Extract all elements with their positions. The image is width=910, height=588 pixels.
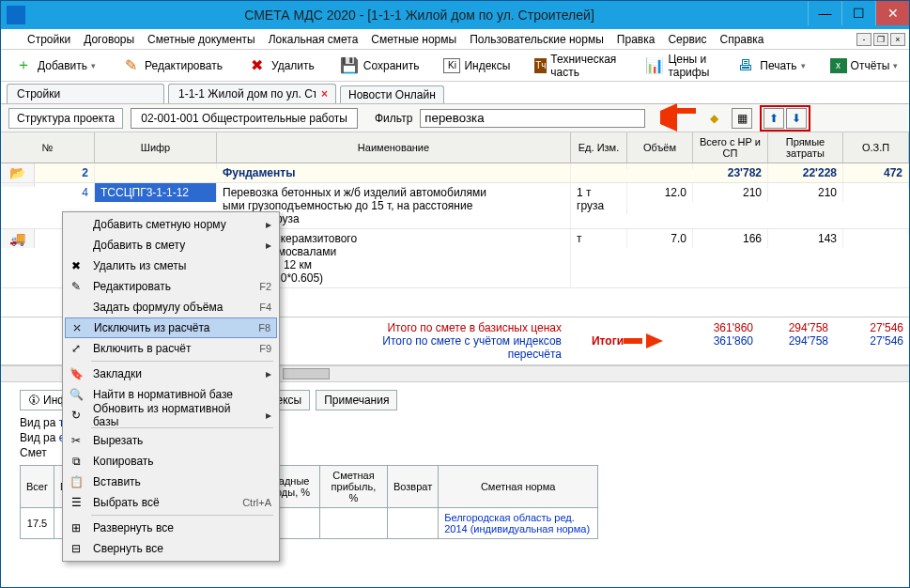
ctx-item[interactable]: Добавить в смету▸: [65, 235, 277, 255]
menu-pravka[interactable]: Правка: [611, 31, 661, 48]
tab-root[interactable]: [7, 84, 164, 103]
menubar: Стройки Договоры Сметные документы Локал…: [1, 29, 909, 50]
menu-label: Закладки: [93, 367, 258, 380]
next-match-button[interactable]: ⬇: [786, 108, 807, 129]
col-shifr[interactable]: Шифр: [95, 132, 217, 162]
indexes-button[interactable]: KiИндексы: [437, 55, 517, 76]
doc-tab-current[interactable]: 02-001-001 Общестроительные работы: [131, 108, 358, 129]
ctx-item[interactable]: 📋Вставить: [65, 472, 277, 492]
menu-spravka[interactable]: Справка: [714, 31, 769, 48]
menu-icon: 🔖: [67, 367, 85, 380]
menu-polzovat-normy[interactable]: Пользовательские нормы: [464, 31, 609, 48]
menu-stroyki[interactable]: Стройки: [22, 31, 76, 48]
menu-label: Добавить сметную норму: [93, 218, 258, 231]
menu-label: Включить в расчёт: [93, 342, 252, 355]
ki-icon: Ki: [443, 58, 460, 73]
ctx-item[interactable]: ⤫Исключить из расчётаF8: [65, 317, 277, 338]
ctx-item[interactable]: ✎РедактироватьF2: [65, 276, 277, 297]
menu-smetnye-normy[interactable]: Сметные нормы: [365, 31, 462, 48]
tab-doc[interactable]: ×: [168, 84, 336, 103]
th-norma: Сметная норма: [439, 466, 598, 508]
grid-options-button[interactable]: ▦: [732, 108, 752, 129]
tab-news[interactable]: Новости Онлайн: [340, 85, 444, 103]
col-ed[interactable]: Ед. Изм.: [571, 132, 627, 162]
tab-root-input[interactable]: [15, 86, 156, 101]
menu-smetnye-dokumenty[interactable]: Сметные документы: [142, 31, 261, 48]
vid-rabot-2-label: Вид ра: [20, 431, 55, 444]
cell-vsego[interactable]: 17.5: [21, 508, 54, 539]
ctx-item[interactable]: ↻Обновить из нормативной базы▸: [65, 405, 277, 426]
ctx-item[interactable]: ⧉Копировать: [65, 451, 277, 472]
col-name[interactable]: Наименование: [217, 132, 571, 162]
grid-header: № Шифр Наименование Ед. Изм. Объём Всего…: [1, 132, 909, 163]
filter-label: Фильтр: [375, 112, 412, 125]
ctx-item[interactable]: ⊟Свернуть все: [65, 538, 277, 559]
mdi-minimize[interactable]: -: [856, 33, 871, 46]
tech-part-button[interactable]: ТчТехническая часть: [528, 50, 627, 82]
tab-doc-input[interactable]: [177, 86, 317, 101]
reports-button[interactable]: xОтчёты▾: [824, 55, 905, 76]
tech-icon: Тч: [534, 58, 547, 73]
ctx-item[interactable]: 🔖Закладки▸: [65, 364, 277, 384]
ctx-item[interactable]: Добавить сметную норму▸: [65, 214, 277, 235]
print-button[interactable]: 🖶Печать▾: [729, 53, 811, 79]
col-ozp[interactable]: О.З.П: [843, 132, 909, 162]
filter-input[interactable]: [420, 109, 645, 128]
edit-button[interactable]: ✎Редактировать: [114, 53, 229, 79]
th-profit: Сметная прибыль, %: [319, 466, 387, 508]
ctx-item[interactable]: ✂Вырезать: [65, 430, 277, 451]
menu-label: Вставить: [93, 475, 271, 488]
menu-icon: ↻: [67, 409, 85, 422]
col-n[interactable]: №: [1, 132, 95, 162]
itogi-annotation: Итоги: [571, 317, 684, 364]
menu-icon: ✖: [67, 259, 85, 272]
menu-servis[interactable]: Сервис: [662, 31, 712, 48]
mdi-close[interactable]: ×: [890, 33, 905, 46]
window-maximize[interactable]: ☐: [841, 1, 875, 25]
window-close[interactable]: ✕: [875, 1, 909, 25]
menu-icon: ⧉: [67, 455, 85, 468]
delete-button[interactable]: ✖Удалить: [240, 53, 321, 79]
prices-button[interactable]: 📊Цены и тарифы: [639, 50, 717, 82]
breadcrumb-tabs: × Новости Онлайн: [1, 82, 909, 104]
folder-icon: 📂: [9, 165, 25, 180]
clear-filter-button[interactable]: ◆: [703, 108, 724, 129]
menu-label: Исключить из расчёта: [94, 321, 251, 334]
section-row[interactable]: 📂 2 Фундаменты 23'782 22'228 472: [1, 163, 909, 183]
document-bar: Структура проекта 02-001-001 Общестроите…: [1, 104, 909, 132]
ctx-item[interactable]: ✖Удалить из сметы: [65, 255, 277, 276]
ctx-item[interactable]: ⤢Включить в расчётF9: [65, 338, 277, 359]
menu-icon: ☰: [67, 496, 85, 509]
close-icon[interactable]: ×: [321, 87, 328, 101]
mdi-restore[interactable]: ❐: [873, 33, 888, 46]
app-icon: [7, 6, 25, 24]
ctx-item[interactable]: ⊞Развернуть все: [65, 518, 277, 538]
menu-label: Свернуть все: [93, 542, 271, 555]
menu-icon: ⊞: [67, 521, 85, 534]
col-hr[interactable]: Всего с НР и СП: [693, 132, 768, 162]
structure-button[interactable]: Структура проекта: [8, 108, 123, 129]
totals-idx-label: Итого по смете с учётом индексов пересчё…: [348, 334, 562, 361]
menu-label: Редактировать: [93, 280, 252, 293]
tab-notes[interactable]: Примечания: [316, 390, 397, 410]
plus-icon: ＋: [13, 55, 34, 76]
menu-icon: ⤫: [68, 321, 86, 334]
add-button[interactable]: ＋Добавить▾: [7, 53, 102, 79]
col-pz[interactable]: Прямые затраты: [768, 132, 843, 162]
chart-icon: 📊: [645, 55, 664, 76]
ctx-item[interactable]: Задать формулу объёмаF4: [65, 297, 277, 317]
norma-link[interactable]: Белгородская область ред. 2014 (индивиду…: [439, 508, 598, 539]
menu-dogovory[interactable]: Договоры: [78, 31, 140, 48]
col-obj[interactable]: Объём: [627, 132, 693, 162]
nav-arrows-box: ⬆ ⬇: [760, 105, 810, 132]
context-menu: Добавить сметную норму▸Добавить в смету▸…: [62, 211, 280, 562]
ctx-item[interactable]: ☰Выбрать всёCtrl+A: [65, 492, 277, 513]
menu-label: Удалить из сметы: [93, 259, 271, 272]
vid-rabot-1-label: Вид ра: [20, 416, 55, 429]
menu-lokalnaya-smeta[interactable]: Локальная смета: [263, 31, 364, 48]
prev-match-button[interactable]: ⬆: [763, 108, 784, 129]
window-minimize[interactable]: —: [808, 1, 841, 25]
titlebar: СМЕТА МДС 2020 - [1-1-1 Жилой дом по ул.…: [1, 1, 909, 29]
save-button[interactable]: 💾Сохранить: [332, 53, 426, 79]
menu-label: Вырезать: [93, 434, 271, 447]
